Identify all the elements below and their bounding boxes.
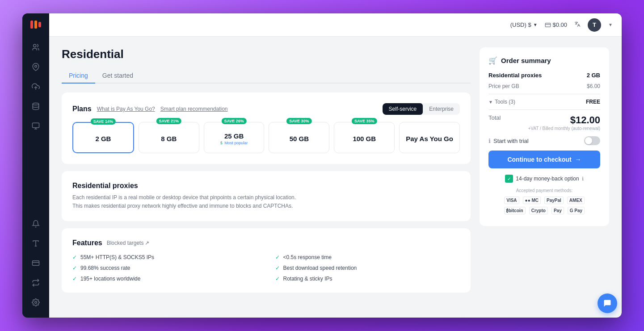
most-popular-label: $ Most popular xyxy=(220,141,248,145)
sidebar-item-monitor[interactable] xyxy=(28,118,44,134)
language-selector[interactable] xyxy=(574,21,581,29)
pay-as-you-go-link[interactable]: What is Pay As You Go? xyxy=(97,106,155,112)
currency-chevron-icon: ▼ xyxy=(533,22,538,27)
order-summary: 🛒 Order summary Residential proxies 2 GB… xyxy=(480,47,609,226)
plan-card-100gb[interactable]: SAVE 35% 100 GB xyxy=(334,122,395,153)
plans-header: Plans What is Pay As You Go? Smart plan … xyxy=(72,103,460,115)
sidebar-item-bell[interactable] xyxy=(28,216,44,232)
crypto-icon: Crypto xyxy=(529,207,548,214)
plan-card-25gb[interactable]: SAVE 26% 25 GB $ Most popular xyxy=(204,122,265,153)
plan-card-payg[interactable]: Pay As You Go xyxy=(399,122,460,153)
total-amount: $12.00 xyxy=(528,114,600,126)
features-section: Features Blocked targets ↗ ✓ 55M+ HTTP(S… xyxy=(62,228,471,293)
payment-icons-row-2: ₿bitcoin Crypto Pay G Pay xyxy=(488,207,600,214)
plans-header-left: Plans What is Pay As You Go? Smart plan … xyxy=(72,105,228,113)
page-title: Residential xyxy=(62,47,471,61)
chat-button[interactable] xyxy=(598,293,617,313)
tab-pricing[interactable]: Pricing xyxy=(62,68,95,84)
plan-card-2gb[interactable]: SAVE 14% 2 GB xyxy=(72,122,134,153)
sidebar-item-users[interactable] xyxy=(28,39,44,55)
trial-row: ℹ Start with trial xyxy=(488,136,600,145)
total-label: Total xyxy=(488,114,501,121)
price-per-gb-row: Price per GB $6.00 xyxy=(488,83,600,89)
main-content: (USD) $ ▼ $0.00 T ▼ Residential Pricing xyxy=(49,13,622,318)
sidebar-item-upload[interactable] xyxy=(28,79,44,95)
plan-card-8gb[interactable]: SAVE 21% 8 GB xyxy=(139,122,199,153)
check-icon-right-1: ✓ xyxy=(275,265,280,271)
shield-icon: ✓ xyxy=(505,175,513,183)
proxy-row: Residential proxies 2 GB xyxy=(488,72,600,79)
avatar-chevron-icon[interactable]: ▼ xyxy=(608,22,613,27)
wallet-icon xyxy=(545,22,551,28)
plan-card-50gb[interactable]: SAVE 30% 50 GB xyxy=(269,122,329,153)
residential-section: Residential proxies Each residential IP … xyxy=(62,171,471,221)
external-link-icon: ↗ xyxy=(145,240,149,246)
mastercard-icon: ●● MC xyxy=(523,197,541,204)
save-badge-50gb: SAVE 30% xyxy=(286,118,311,124)
plans-section: Plans What is Pay As You Go? Smart plan … xyxy=(62,92,471,164)
checkout-button[interactable]: Continue to checkout → xyxy=(488,151,600,168)
trial-label: Start with trial xyxy=(493,138,529,144)
residential-desc: Each residential IP is a real mobile or … xyxy=(72,193,460,210)
check-icon-0: ✓ xyxy=(72,254,77,260)
feature-item-1: ✓ 99.68% success rate xyxy=(72,265,257,271)
order-summary-title: 🛒 Order summary xyxy=(488,56,600,65)
tab-get-started[interactable]: Get started xyxy=(95,68,140,84)
proxy-label: Residential proxies xyxy=(488,72,542,79)
sidebar-item-font[interactable] xyxy=(28,235,44,251)
chevron-down-icon: ▼ xyxy=(488,100,493,105)
svg-rect-12 xyxy=(545,23,551,26)
page-wrapper: Residential Pricing Get started Plans Wh… xyxy=(49,37,622,318)
sidebar-item-wallet[interactable] xyxy=(28,255,44,271)
arrow-right-icon: → xyxy=(575,156,581,163)
plans-title: Plans xyxy=(72,105,92,113)
feature-item-right-1: ✓ Best download speed retention xyxy=(275,265,460,271)
divider-1 xyxy=(488,94,600,94)
blocked-targets-link[interactable]: Blocked targets ↗ xyxy=(107,240,150,246)
balance-display: $0.00 xyxy=(545,21,568,28)
svg-point-3 xyxy=(33,103,39,105)
payment-label: Accepted payment methods: xyxy=(488,188,600,193)
toggle-knob xyxy=(585,137,592,144)
visa-icon: VISA xyxy=(504,197,519,204)
avatar[interactable]: T xyxy=(588,18,601,32)
currency-selector[interactable]: (USD) $ ▼ xyxy=(510,21,538,28)
check-icon-2: ✓ xyxy=(72,276,77,282)
tabs: Pricing Get started xyxy=(62,68,471,84)
trial-toggle[interactable] xyxy=(584,136,600,145)
money-back-guarantee: ✓ 14-day money-back option ℹ xyxy=(488,175,600,183)
paypal-icon: PayPal xyxy=(544,197,564,204)
topbar: (USD) $ ▼ $0.00 T ▼ xyxy=(49,13,622,37)
sidebar-item-arrows[interactable] xyxy=(28,275,44,291)
service-toggle: Self-service Enterprise xyxy=(383,103,460,115)
cart-icon: 🛒 xyxy=(488,56,497,65)
check-icon-right-0: ✓ xyxy=(275,254,280,260)
save-badge-100gb: SAVE 35% xyxy=(352,118,377,124)
plan-size-payg: Pay As You Go xyxy=(406,135,453,142)
sidebar-item-location[interactable] xyxy=(28,59,44,75)
svg-point-11 xyxy=(35,302,37,304)
plan-size-50gb: 50 GB xyxy=(290,135,309,142)
translate-icon xyxy=(574,21,581,27)
sidebar-item-database[interactable] xyxy=(28,98,44,114)
save-badge-8gb: SAVE 21% xyxy=(156,118,181,124)
features-header: Features Blocked targets ↗ xyxy=(72,239,460,247)
apple-pay-icon: Pay xyxy=(551,207,564,214)
self-service-btn[interactable]: Self-service xyxy=(383,103,423,115)
save-badge-2gb: SAVE 14% xyxy=(91,118,116,125)
enterprise-btn[interactable]: Enterprise xyxy=(423,103,460,115)
feature-item-2: ✓ 195+ locations worldwide xyxy=(72,276,257,282)
feature-item-0: ✓ 55M+ HTTP(S) & SOCKS5 IPs xyxy=(72,254,257,260)
features-grid: ✓ 55M+ HTTP(S) & SOCKS5 IPs ✓ <0.5s resp… xyxy=(72,254,460,282)
plan-size-25gb: 25 GB xyxy=(224,132,244,140)
sidebar-item-settings[interactable] xyxy=(28,294,44,310)
google-pay-icon: G Pay xyxy=(568,207,585,214)
svg-point-0 xyxy=(34,44,36,47)
free-badge: FREE xyxy=(586,99,600,105)
bitcoin-icon: ₿bitcoin xyxy=(504,207,526,214)
feature-item-right-0: ✓ <0.5s response time xyxy=(275,254,460,260)
smart-plan-link[interactable]: Smart plan recommendation xyxy=(160,106,228,112)
total-right: $12.00 +VAT / Billed monthly (auto-renew… xyxy=(528,114,600,131)
payment-methods: Accepted payment methods: VISA ●● MC Pay… xyxy=(488,188,600,214)
payment-icons-row-1: VISA ●● MC PayPal AMEX xyxy=(488,197,600,204)
